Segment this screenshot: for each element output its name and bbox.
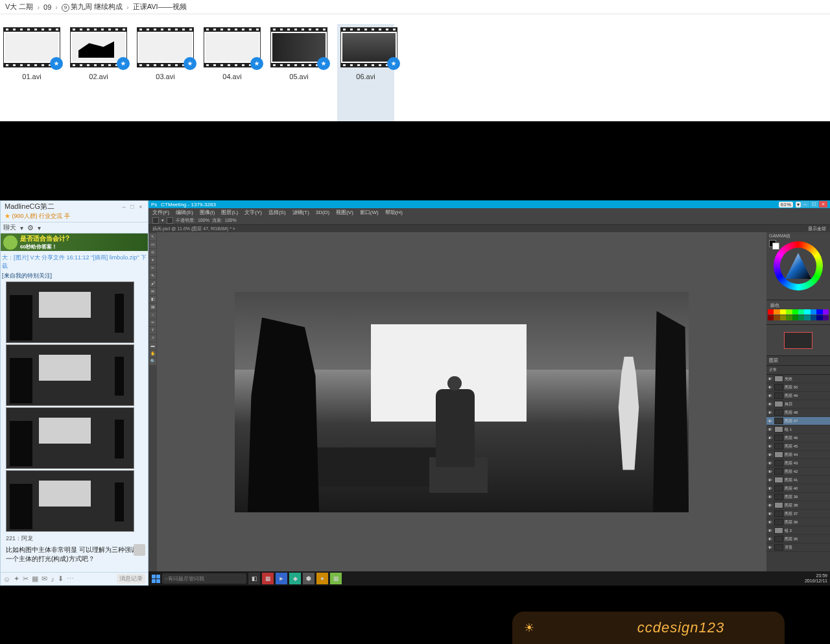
more-icon[interactable]: ⋯ bbox=[67, 575, 74, 583]
color-wheel[interactable] bbox=[774, 241, 823, 291]
brush-preview-icon[interactable] bbox=[152, 217, 159, 224]
zoom-level[interactable]: 61% bbox=[779, 202, 793, 208]
menu-filter[interactable]: 滤镜(T) bbox=[292, 209, 309, 216]
blur-tool-icon[interactable]: ○ bbox=[149, 311, 156, 318]
lasso-tool-icon[interactable]: ⊙ bbox=[149, 249, 156, 256]
crop-tool-icon[interactable]: ✂ bbox=[149, 265, 156, 272]
minimize-icon[interactable]: – bbox=[801, 201, 809, 208]
task-icon[interactable]: ◆ bbox=[289, 573, 301, 584]
opt-opacity-value[interactable]: 100% bbox=[198, 218, 209, 222]
sparkle-icon[interactable]: ✦ bbox=[14, 575, 19, 583]
history-button[interactable]: 消息记录 bbox=[117, 574, 145, 584]
file-item-06[interactable]: 06.avi bbox=[337, 24, 394, 121]
layer-row[interactable]: 👁图层 40 bbox=[766, 484, 830, 493]
maximize-icon[interactable]: □ bbox=[129, 204, 136, 210]
menu-file[interactable]: 文件(F) bbox=[152, 209, 169, 216]
task-icon[interactable]: ▦ bbox=[330, 573, 342, 584]
navigator-panel[interactable] bbox=[766, 325, 830, 356]
scissors-icon[interactable]: ✂ bbox=[23, 575, 29, 583]
layer-row[interactable]: 👁光效 bbox=[766, 375, 830, 383]
crumb[interactable]: 正课AVI——视频 bbox=[133, 2, 187, 12]
zoom-tool-icon[interactable]: 🔍 bbox=[149, 358, 156, 365]
visibility-icon[interactable]: 👁 bbox=[768, 394, 773, 398]
close-icon[interactable]: × bbox=[137, 204, 144, 210]
layer-row[interactable]: 👁组 2 bbox=[766, 527, 830, 535]
crumb[interactable]: 09 bbox=[43, 3, 51, 11]
chat-ad-banner[interactable]: 是否适合当会计? 60秒给你答案！ bbox=[1, 233, 148, 251]
task-icon[interactable]: ⬢ bbox=[303, 573, 314, 584]
document-tab[interactable]: 插画.psd @ 11.6% (图层 47, RGB/8#) * × 显示全部 bbox=[148, 225, 830, 232]
file-item-01[interactable]: 01.avi bbox=[3, 27, 60, 121]
chat-messages[interactable]: 大：[图片] V大 分享文件 16:11:12 "[插画] limbolo.zi… bbox=[1, 251, 148, 562]
minimize-icon[interactable]: – bbox=[121, 204, 127, 210]
layer-row[interactable]: 👁组 1 bbox=[766, 425, 830, 434]
eyedrop-tool-icon[interactable]: ✎ bbox=[149, 272, 156, 280]
canvas[interactable] bbox=[157, 232, 766, 571]
chevron-down-icon[interactable]: ▾ bbox=[38, 224, 41, 232]
task-icon[interactable]: ► bbox=[276, 573, 287, 584]
dropdown-icon[interactable]: ▾ bbox=[796, 202, 801, 208]
maximize-icon[interactable]: □ bbox=[810, 201, 818, 208]
chat-image-3[interactable] bbox=[6, 407, 134, 469]
visibility-icon[interactable]: 👁 bbox=[768, 512, 773, 516]
layer-row[interactable]: 👁图层 45 bbox=[766, 442, 830, 451]
layer-row[interactable]: 👁图层 42 bbox=[766, 468, 830, 476]
layer-row[interactable]: 👁背景 bbox=[766, 543, 830, 552]
menu-type[interactable]: 文字(Y) bbox=[244, 209, 262, 216]
brush-tool-icon[interactable]: 🖌 bbox=[149, 280, 156, 287]
task-view-icon[interactable]: ◧ bbox=[248, 573, 260, 584]
menu-layer[interactable]: 图层(L) bbox=[221, 209, 238, 216]
hand-tool-icon[interactable]: ✋ bbox=[149, 350, 156, 357]
image-icon[interactable]: ▦ bbox=[32, 575, 38, 583]
wand-tool-icon[interactable]: ✦ bbox=[149, 257, 156, 264]
chat-image-1[interactable] bbox=[6, 281, 134, 343]
visibility-icon[interactable]: 👁 bbox=[768, 537, 773, 542]
menu-window[interactable]: 窗口(W) bbox=[360, 209, 379, 216]
layer-row[interactable]: 👁拷贝 bbox=[766, 400, 830, 409]
avatar[interactable] bbox=[134, 544, 145, 556]
pen-tool-icon[interactable]: ✑ bbox=[149, 319, 156, 326]
layer-list[interactable]: 👁光效👁图层 50👁图层 49👁拷贝👁图层 48👁图层 47👁组 1👁图层 46… bbox=[766, 375, 830, 552]
visibility-icon[interactable]: 👁 bbox=[768, 377, 773, 381]
visibility-icon[interactable]: 👁 bbox=[768, 495, 773, 499]
layer-row[interactable]: 👁图层 47 bbox=[766, 417, 830, 425]
stamp-tool-icon[interactable]: ⊞ bbox=[149, 288, 156, 295]
layer-row[interactable]: 👁图层 49 bbox=[766, 392, 830, 400]
visibility-icon[interactable]: 👁 bbox=[768, 520, 773, 525]
visibility-icon[interactable]: 👁 bbox=[768, 419, 773, 423]
eraser-tool-icon[interactable]: ◧ bbox=[149, 296, 156, 303]
system-clock[interactable]: 23:59 2016/12/11 bbox=[805, 573, 827, 583]
visibility-icon[interactable]: 👁 bbox=[768, 545, 773, 550]
music-icon[interactable]: ♪ bbox=[51, 575, 54, 583]
marquee-tool-icon[interactable]: ▭ bbox=[149, 241, 156, 248]
layer-row[interactable]: 👁图层 50 bbox=[766, 383, 830, 392]
cortana-search[interactable]: ○ 有问题尽管问我 bbox=[162, 573, 246, 584]
layer-row[interactable]: 👁图层 39 bbox=[766, 493, 830, 501]
visibility-icon[interactable]: 👁 bbox=[768, 461, 773, 466]
task-icon[interactable]: ● bbox=[316, 573, 328, 584]
blend-mode[interactable]: 正常 bbox=[769, 367, 777, 373]
chat-image-2[interactable] bbox=[6, 344, 134, 406]
visibility-icon[interactable]: 👁 bbox=[768, 453, 773, 457]
move-tool-icon[interactable]: ↖ bbox=[149, 233, 156, 241]
visibility-icon[interactable]: 👁 bbox=[768, 385, 773, 390]
menu-select[interactable]: 选择(S) bbox=[268, 209, 286, 216]
close-icon[interactable]: × bbox=[819, 201, 827, 208]
crumb[interactable]: V大 二期 bbox=[5, 2, 33, 12]
tab-overflow[interactable]: 显示全部 bbox=[808, 226, 826, 232]
gear-icon[interactable]: ⚙ bbox=[27, 224, 34, 232]
layer-row[interactable]: 👁图层 41 bbox=[766, 476, 830, 484]
layer-row[interactable]: 👁图层 46 bbox=[766, 434, 830, 442]
text-tool-icon[interactable]: T bbox=[149, 327, 156, 334]
task-icon[interactable]: ▦ bbox=[262, 573, 274, 584]
layer-row[interactable]: 👁图层 36 bbox=[766, 518, 830, 527]
emoji-icon[interactable]: ☺ bbox=[3, 575, 10, 583]
visibility-icon[interactable]: 👁 bbox=[768, 503, 773, 508]
visibility-icon[interactable]: 👁 bbox=[768, 486, 773, 491]
visibility-icon[interactable]: 👁 bbox=[768, 470, 773, 474]
gift-icon[interactable]: ✉ bbox=[42, 575, 47, 583]
visibility-icon[interactable]: 👁 bbox=[768, 427, 773, 432]
file-item-04[interactable]: 04.avi bbox=[204, 27, 261, 121]
visibility-icon[interactable]: 👁 bbox=[768, 411, 773, 415]
visibility-icon[interactable]: 👁 bbox=[768, 478, 773, 483]
